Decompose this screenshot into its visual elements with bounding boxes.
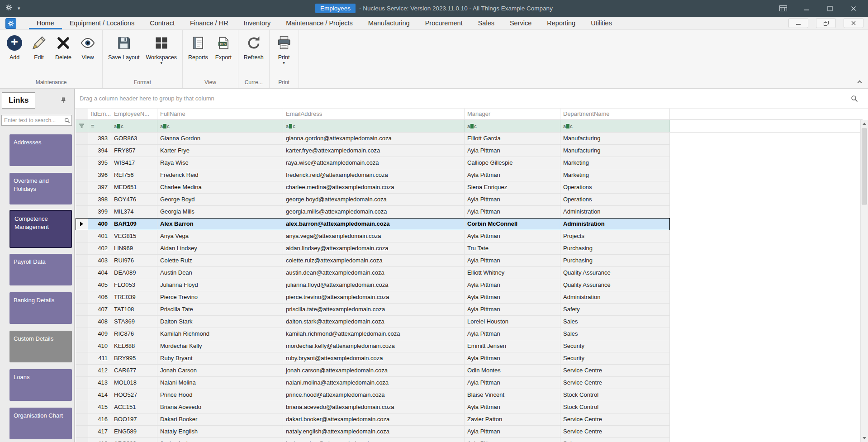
table-row[interactable]: 411BRY995Ruby Bryantruby.bryant@attexamp… — [76, 352, 670, 365]
view-button[interactable]: View — [76, 33, 100, 62]
close-button[interactable] — [842, 0, 865, 17]
sidebar-item-addresses[interactable]: Addresses — [9, 134, 72, 166]
scroll-up-button[interactable] — [861, 120, 868, 128]
filter-cell-fullname[interactable]: ac — [157, 120, 283, 132]
grid-search-icon[interactable] — [851, 95, 858, 104]
table-row[interactable]: 410KEL688Mordechai Kellymordechai.kelly@… — [76, 340, 670, 352]
table-row[interactable]: 407TAT108Priscilla Tatepriscilla.tate@at… — [76, 304, 670, 316]
reports-button[interactable]: Reports — [185, 33, 211, 62]
ribbon-group-label: Print — [272, 77, 296, 88]
add-icon: + — [5, 33, 24, 52]
sidebar-item-banking-details[interactable]: Banking Details — [9, 292, 72, 324]
table-row[interactable]: 396REI756Frederick Reidfrederick.reid@at… — [76, 169, 670, 181]
tab-finance-hr[interactable]: Finance / HR — [182, 17, 236, 29]
tab-maintenance-projects[interactable]: Maintenance / Projects — [278, 17, 360, 29]
sidebar-item-competence-management[interactable]: Competence Management — [9, 210, 72, 248]
column-header-emailaddress[interactable]: EmailAddress — [283, 109, 465, 119]
column-header-manager[interactable]: Manager — [465, 109, 560, 119]
ribbon-collapse-button[interactable] — [855, 79, 863, 85]
filter-cell-fldem[interactable]: = — [88, 120, 111, 132]
sidebar-item-custom-details[interactable]: Custom Details — [9, 331, 72, 362]
tab-equipment-locations[interactable]: Equipment / Locations — [62, 17, 142, 29]
table-row[interactable]: 417ENG589Nataly Englishnataly.english@at… — [76, 426, 670, 438]
scrollbar-thumb[interactable] — [862, 128, 867, 204]
tab-inventory[interactable]: Inventory — [236, 17, 279, 29]
tab-service[interactable]: Service — [502, 17, 539, 29]
table-row[interactable]: 413MOL018Nalani Molinanalani.molina@atte… — [76, 377, 670, 389]
table-row[interactable]: 408STA369Dalton Starkdalton.stark@attexa… — [76, 316, 670, 328]
table-row[interactable]: 403RUI976Colette Ruizcolette.ruiz@attexa… — [76, 255, 670, 267]
pin-icon[interactable] — [61, 97, 66, 105]
filter-cell-departmentname[interactable]: ac — [560, 120, 670, 132]
column-header-employeen[interactable]: EmployeeN... — [111, 109, 157, 119]
table-row[interactable]: 397MED651Charlee Medinacharlee.medina@at… — [76, 181, 670, 194]
sidebar-item-overtime-and-holidays[interactable]: Overtime and Holidays — [9, 173, 72, 204]
workspaces-button[interactable]: Workspaces▾ — [143, 33, 180, 66]
cell-email: kamilah.richmond@attexampledomain.coza — [283, 328, 465, 340]
table-row[interactable]: 405FLO053Julianna Floydjulianna.floyd@at… — [76, 279, 670, 291]
add-button[interactable]: +Add — [2, 33, 27, 62]
table-row[interactable]: 404DEA089Austin Deanaustin.dean@attexamp… — [76, 267, 670, 279]
minimize-button[interactable] — [795, 0, 818, 17]
tab-utilities[interactable]: Utilities — [583, 17, 620, 29]
scroll-down-button[interactable] — [861, 434, 868, 442]
table-row[interactable]: 393GOR863Gianna Gordongianna.gordon@atte… — [76, 133, 670, 145]
table-row[interactable]: 400BAR109Alex Barronalex.barron@attexamp… — [76, 218, 670, 230]
row-indicator — [76, 377, 88, 389]
cell-department: Purchasing — [560, 242, 670, 255]
row-indicator — [76, 194, 88, 206]
tab-procurement[interactable]: Procurement — [417, 17, 470, 29]
tab-sales[interactable]: Sales — [470, 17, 502, 29]
print-button[interactable]: Print▾ — [272, 33, 296, 66]
filter-cell-emailaddress[interactable]: ac — [283, 120, 465, 132]
table-row[interactable]: 414HOO527Prince Hoodprince.hood@attexamp… — [76, 389, 670, 401]
column-header-departmentname[interactable]: DepartmentName — [560, 109, 670, 119]
cell-id: 403 — [88, 255, 111, 267]
refresh-button[interactable]: Refresh — [241, 33, 267, 62]
tab-reporting[interactable]: Reporting — [539, 17, 583, 29]
export-button[interactable]: XLSExport — [211, 33, 236, 62]
table-row[interactable]: 402LIN969Aidan Lindseyaidan.lindsey@atte… — [76, 242, 670, 255]
ribbon-close-button[interactable] — [844, 18, 863, 28]
filter-cell-manager[interactable]: ac — [465, 120, 560, 132]
table-row[interactable]: 418ARC389Junior Archerjunior.archer@atte… — [76, 438, 670, 442]
table-row[interactable]: 409RIC876Kamilah Richmondkamilah.richmon… — [76, 328, 670, 340]
layout-grid-icon[interactable] — [771, 0, 795, 17]
ribbon-minimize-button[interactable] — [788, 18, 808, 28]
tab-home[interactable]: Home — [29, 17, 62, 29]
table-row[interactable]: 395WIS417Raya Wiseraya.wise@attexampledo… — [76, 157, 670, 169]
column-header-fullname[interactable]: FullName — [157, 109, 283, 119]
cell-manager: Zavier Patton — [465, 413, 560, 426]
edit-button[interactable]: Edit — [27, 33, 51, 62]
table-row[interactable]: 394FRY857Karter Fryekarter.frye@attexamp… — [76, 145, 670, 157]
table-row[interactable]: 412CAR677Jonah Carsonjonah.carson@attexa… — [76, 365, 670, 377]
table-row[interactable]: 401VEG815Anya Vegaanya.vega@attexampledo… — [76, 230, 670, 242]
table-row[interactable]: 398BOY476George Boydgeorge.boyd@attexamp… — [76, 194, 670, 206]
column-header-fldem[interactable]: fldEm... — [88, 109, 111, 119]
group-by-panel[interactable]: Drag a column header here to group by th… — [75, 89, 868, 109]
sidebar-item-organisation-chart[interactable]: Organisation Chart — [9, 408, 72, 439]
filter-cell-employeen[interactable]: ac — [111, 120, 157, 132]
ribbon-restore-button[interactable] — [816, 18, 836, 28]
ribbon-group-print: Print▾Print — [270, 30, 299, 88]
vertical-scrollbar[interactable] — [860, 120, 868, 442]
svg-text:XLS: XLS — [219, 43, 226, 46]
table-row[interactable]: 399MIL374Georgia Millsgeorgia.mills@atte… — [76, 206, 670, 218]
table-row[interactable]: 406TRE039Pierce Trevinopierce.trevino@at… — [76, 291, 670, 304]
row-indicator — [76, 242, 88, 255]
search-icon[interactable] — [62, 118, 71, 124]
cell-full_name: Mordechai Kelly — [157, 340, 283, 352]
cell-email: ruby.bryant@attexampledomain.coza — [283, 352, 465, 365]
table-row[interactable]: 415ACE151Briana Acevedobriana.acevedo@at… — [76, 401, 670, 413]
maximize-button[interactable] — [818, 0, 842, 17]
save-layout-button[interactable]: Save Layout — [105, 33, 143, 62]
app-menu-button[interactable] — [5, 18, 16, 29]
sidebar-item-loans[interactable]: Loans — [9, 369, 72, 401]
button-label: Print — [278, 54, 290, 61]
tab-manufacturing[interactable]: Manufacturing — [360, 17, 417, 29]
sidebar-item-payroll-data[interactable]: Payroll Data — [9, 254, 72, 285]
sidebar-search-input[interactable] — [2, 117, 62, 124]
table-row[interactable]: 416BOO197Dakari Bookerdakari.booker@atte… — [76, 413, 670, 426]
delete-button[interactable]: Delete — [51, 33, 76, 62]
tab-contract[interactable]: Contract — [142, 17, 182, 29]
